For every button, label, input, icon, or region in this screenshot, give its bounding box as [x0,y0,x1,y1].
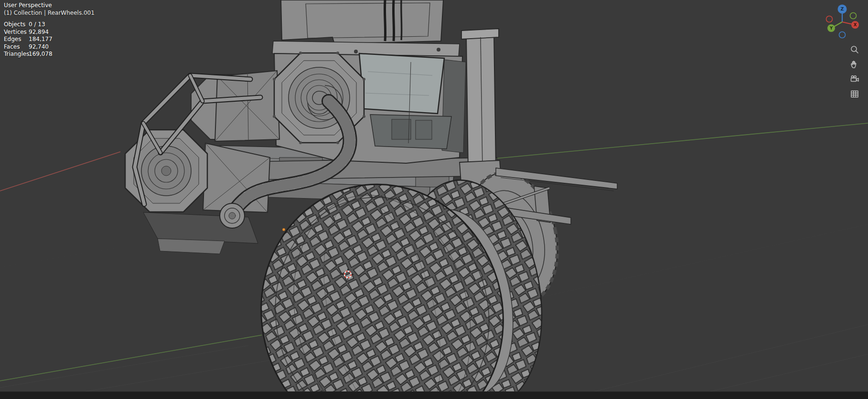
collection-breadcrumb: (1) Collection | RearWheels.001 [4,9,95,17]
viewport-canvas[interactable] [0,0,868,399]
stat-vertices-label: Vertices [4,29,26,36]
stat-triangles-value: 169,078 [29,51,95,58]
scene-statistics: Objects 0 / 13 Vertices 92,894 Edges 184… [4,21,95,58]
status-bar [0,391,868,399]
pan-hand-icon [849,59,860,70]
pan-button[interactable] [849,59,860,70]
gizmo-y-neg-axis[interactable] [850,13,857,19]
view-mode-label: User Perspective [4,1,95,9]
toggle-projection-icon [849,89,860,99]
y-axis-line [0,335,262,381]
zoom-button[interactable] [849,44,860,55]
navigation-gizmo[interactable]: Z Y X [823,3,861,41]
y-axis-line-right [496,123,868,158]
viewport-overlay: User Perspective (1) Collection | RearWh… [4,1,95,58]
stat-edges-value: 184,177 [29,36,95,43]
camera-view-button[interactable] [849,74,860,85]
viewport-side-toolbar [849,44,860,100]
stat-vertices-value: 92,894 [29,29,95,36]
stat-edges-label: Edges [4,36,26,43]
object-origin-dot [282,228,285,231]
gizmo-z-neg-axis[interactable] [839,32,846,38]
stat-objects-value: 0 / 13 [29,21,95,29]
windshield [359,53,444,114]
mast-post [460,29,502,189]
stat-faces-label: Faces [4,43,26,51]
stat-faces-value: 92,740 [29,43,95,51]
stat-triangles-label: Triangles [4,51,26,58]
model-wireframe-vehicle[interactable] [125,0,617,399]
blender-3d-viewport[interactable]: User Perspective (1) Collection | RearWh… [0,0,868,399]
toggle-projection-button[interactable] [849,88,860,100]
gizmo-x-neg-axis[interactable] [826,16,833,22]
zoom-icon [849,44,860,55]
gizmo-z-label: Z [841,6,844,11]
x-axis-line [0,152,120,191]
gizmo-y-label: Y [829,26,833,31]
stat-objects-label: Objects [4,21,26,29]
camera-view-icon [849,74,860,84]
gizmo-x-label: X [854,22,857,27]
